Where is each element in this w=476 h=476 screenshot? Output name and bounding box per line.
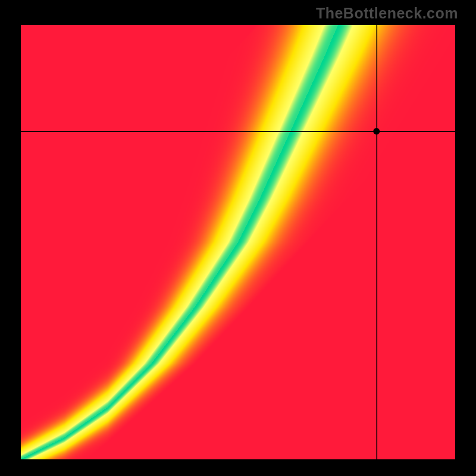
chart-frame: TheBottleneck.com bbox=[0, 0, 476, 476]
watermark-text: TheBottleneck.com bbox=[316, 5, 458, 22]
bottleneck-heatmap bbox=[21, 25, 455, 459]
